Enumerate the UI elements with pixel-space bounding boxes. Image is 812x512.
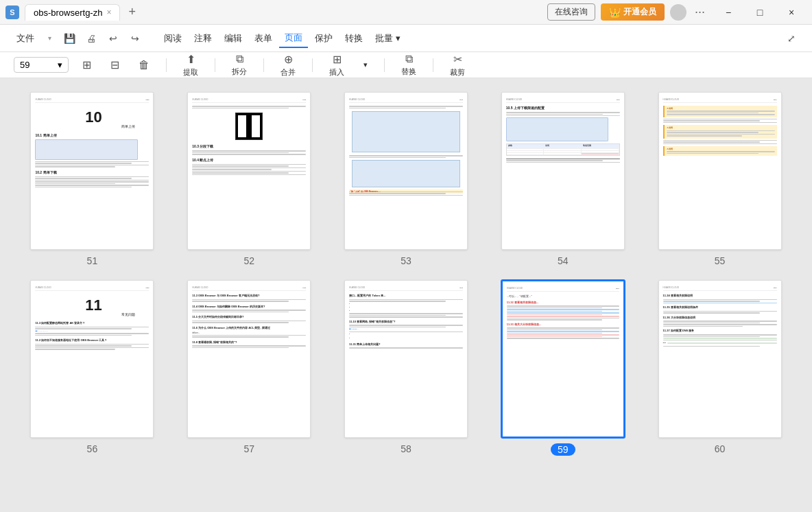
tab-obs[interactable]: obs-browsertg-zh × bbox=[25, 4, 120, 21]
app-icon: S bbox=[5, 5, 19, 19]
nav-annotate[interactable]: 注释 bbox=[189, 30, 217, 47]
extract-icon: ⬆ bbox=[187, 53, 195, 66]
avatar[interactable] bbox=[670, 4, 686, 21]
merge-icon: ⊕ bbox=[284, 53, 293, 66]
close-button[interactable]: × bbox=[776, 2, 807, 23]
nav-read[interactable]: 阅读 bbox=[158, 30, 187, 47]
nav-edit[interactable]: 编辑 bbox=[219, 30, 248, 47]
divider-2 bbox=[215, 58, 215, 72]
page-number-52: 52 bbox=[243, 255, 254, 266]
page-number-58: 58 bbox=[401, 443, 411, 454]
page-thumb-57[interactable]: HUAWEI CLOUD ■■■■ 11.3 OBS Browser 与 OBS… bbox=[187, 280, 311, 438]
nav-form[interactable]: 表单 bbox=[249, 30, 278, 47]
insert-arrow-button[interactable]: ▾ bbox=[358, 58, 373, 71]
crown-icon: 👑 bbox=[609, 7, 621, 18]
page-selector-arrow: ▾ bbox=[58, 60, 62, 70]
extract-button[interactable]: ⬆ 提取 bbox=[178, 51, 204, 80]
grid-icon: ⊞ bbox=[82, 58, 91, 71]
more-options-button[interactable]: ··· bbox=[692, 5, 708, 19]
tab-close-icon[interactable]: × bbox=[106, 8, 111, 17]
nav-toolbar: 阅读 注释 编辑 表单 页面 保护 转换 批量 ▾ bbox=[158, 29, 406, 48]
delete-page-button[interactable]: 🗑 bbox=[133, 57, 155, 73]
nav-convert[interactable]: 转换 bbox=[339, 30, 368, 47]
delete-icon: 🗑 bbox=[139, 59, 150, 71]
page-thumb-59[interactable]: HUAWEI CLOUD ■■■■ ...可以...，"请配置..." 11.3… bbox=[501, 280, 625, 438]
divider-1 bbox=[166, 58, 167, 72]
expand-button[interactable]: ⤢ bbox=[782, 29, 801, 48]
redo-button[interactable]: ↪ bbox=[126, 29, 145, 48]
extract-label: 提取 bbox=[183, 67, 198, 78]
page-thumb-58[interactable]: HUAWEI CLOUD ■■■■ 接口... 配置用户的 Token 来...… bbox=[344, 280, 468, 438]
file-menu[interactable]: 文件 bbox=[11, 30, 40, 47]
page-item-55: HUAWEI CLOUD ■■■■ ⚠ 说明 ⚠ 说明 bbox=[648, 92, 791, 266]
page-number-60: 60 bbox=[715, 443, 726, 454]
list-view-button[interactable]: ⊟ bbox=[105, 56, 125, 73]
page-item-51: HUAWEI CLOUD ■■■■ 10 简单上传 10.1 简单上传 10.2… bbox=[21, 92, 164, 266]
page-selector[interactable]: 59 ▾ bbox=[14, 57, 69, 73]
page-item-54: HUAWEI CLOUD ■■■■ 10.5 上传下载限速的配置 参数 说明 取… bbox=[491, 92, 634, 266]
window-controls: − □ × bbox=[713, 2, 807, 23]
insert-icon: ⊞ bbox=[333, 53, 342, 66]
page-toolbar: 59 ▾ ⊞ ⊟ 🗑 ⬆ 提取 ⧉ 拆分 ⊕ 合并 ⊞ 插入 ▾ ⧉ 替换 ✂ bbox=[0, 52, 812, 78]
page-number-input[interactable]: 59 bbox=[20, 60, 29, 70]
page-thumbnail-grid: HUAWEI CLOUD ■■■■ 10 简单上传 10.1 简单上传 10.2… bbox=[0, 78, 812, 512]
page-thumb-60[interactable]: HUAWEI CLOUD ■■■■ 11.34 查看相关权限说明 11.35 查… bbox=[658, 280, 782, 438]
divider-6 bbox=[433, 58, 433, 72]
replace-label: 替换 bbox=[401, 67, 416, 77]
merge-button[interactable]: ⊕ 合并 bbox=[275, 51, 301, 80]
titlebar-left: S obs-browsertg-zh × + bbox=[5, 4, 547, 21]
insert-button[interactable]: ⊞ 插入 bbox=[324, 51, 350, 80]
page-item-53: HUAWEI CLOUD ■■■■ "按 "上传" 后, OBS Browser… bbox=[335, 92, 478, 266]
page-thumb-53[interactable]: HUAWEI CLOUD ■■■■ "按 "上传" 后, OBS Browser… bbox=[344, 92, 468, 250]
insert-label: 插入 bbox=[329, 67, 344, 78]
toolbar-left: 文件 ▾ 💾 🖨 ↩ ↪ bbox=[11, 29, 145, 48]
split-button[interactable]: ⧉ 拆分 bbox=[226, 51, 252, 79]
page-thumb-51[interactable]: HUAWEI CLOUD ■■■■ 10 简单上传 10.1 简单上传 10.2… bbox=[30, 92, 154, 250]
online-consult-button[interactable]: 在线咨询 bbox=[547, 3, 595, 21]
list-icon: ⊟ bbox=[110, 58, 119, 71]
nav-protect[interactable]: 保护 bbox=[309, 30, 338, 47]
split-icon: ⧉ bbox=[236, 53, 243, 65]
grid-view-button[interactable]: ⊞ bbox=[77, 56, 97, 73]
replace-button[interactable]: ⧉ 替换 bbox=[396, 51, 422, 79]
page-thumb-56[interactable]: HUAWEI CLOUD ■■■■ 11 常见问题 11.3 如何配置静态网站托… bbox=[30, 280, 154, 438]
page-number-57: 57 bbox=[243, 443, 254, 454]
page-thumb-55[interactable]: HUAWEI CLOUD ■■■■ ⚠ 说明 ⚠ 说明 bbox=[658, 92, 782, 250]
page-number-53: 53 bbox=[401, 255, 411, 266]
divider-4 bbox=[312, 58, 313, 72]
crop-button[interactable]: ✂ 裁剪 bbox=[444, 51, 470, 80]
page-item-58: HUAWEI CLOUD ■■■■ 接口... 配置用户的 Token 来...… bbox=[335, 280, 478, 456]
titlebar-right: 在线咨询 👑 开通会员 ··· − □ × bbox=[547, 2, 807, 23]
nav-batch[interactable]: 批量 ▾ bbox=[370, 30, 406, 47]
divider-3 bbox=[263, 58, 264, 72]
save-button[interactable]: 💾 bbox=[60, 29, 79, 48]
vip-label: 开通会员 bbox=[623, 6, 656, 18]
vip-button[interactable]: 👑 开通会员 bbox=[601, 3, 665, 21]
page-number-54: 54 bbox=[558, 255, 569, 266]
nav-page[interactable]: 页面 bbox=[279, 29, 308, 48]
maximize-button[interactable]: □ bbox=[745, 2, 775, 23]
tab-label: obs-browsertg-zh bbox=[34, 8, 102, 18]
page-item-56: HUAWEI CLOUD ■■■■ 11 常见问题 11.3 如何配置静态网站托… bbox=[21, 280, 164, 456]
menu-toolbar: 文件 ▾ 💾 🖨 ↩ ↪ 阅读 注释 编辑 表单 页面 保护 转换 批量 ▾ ⤢ bbox=[0, 25, 812, 52]
page-item-52: HUAWEI CLOUD ■■■■ 10.3 分段下载 10.4 断点上传 bbox=[178, 92, 321, 266]
page-item-59: HUAWEI CLOUD ■■■■ ...可以...，"请配置..." 11.3… bbox=[491, 280, 634, 456]
page-number-51: 51 bbox=[87, 255, 98, 266]
page-thumb-52[interactable]: HUAWEI CLOUD ■■■■ 10.3 分段下载 10.4 断点上传 bbox=[187, 92, 311, 250]
undo-button[interactable]: ↩ bbox=[104, 29, 123, 48]
file-arrow[interactable]: ▾ bbox=[43, 32, 57, 45]
page-thumb-54[interactable]: HUAWEI CLOUD ■■■■ 10.5 上传下载限速的配置 参数 说明 取… bbox=[501, 92, 625, 250]
page-number-56: 56 bbox=[87, 443, 98, 454]
merge-label: 合并 bbox=[280, 67, 296, 78]
divider-5 bbox=[384, 58, 385, 72]
page-number-59: 59 bbox=[551, 443, 575, 456]
crop-icon: ✂ bbox=[453, 53, 462, 66]
minimize-button[interactable]: − bbox=[713, 2, 743, 23]
crop-label: 裁剪 bbox=[450, 67, 465, 78]
page-item-60: HUAWEI CLOUD ■■■■ 11.34 查看相关权限说明 11.35 查… bbox=[648, 280, 791, 456]
print-button[interactable]: 🖨 bbox=[82, 29, 101, 48]
page-item-57: HUAWEI CLOUD ■■■■ 11.3 OBS Browser 与 OBS… bbox=[178, 280, 321, 456]
insert-arrow-icon: ▾ bbox=[363, 60, 368, 69]
new-tab-button[interactable]: + bbox=[126, 5, 139, 19]
titlebar: S obs-browsertg-zh × + 在线咨询 👑 开通会员 ··· −… bbox=[0, 0, 812, 25]
